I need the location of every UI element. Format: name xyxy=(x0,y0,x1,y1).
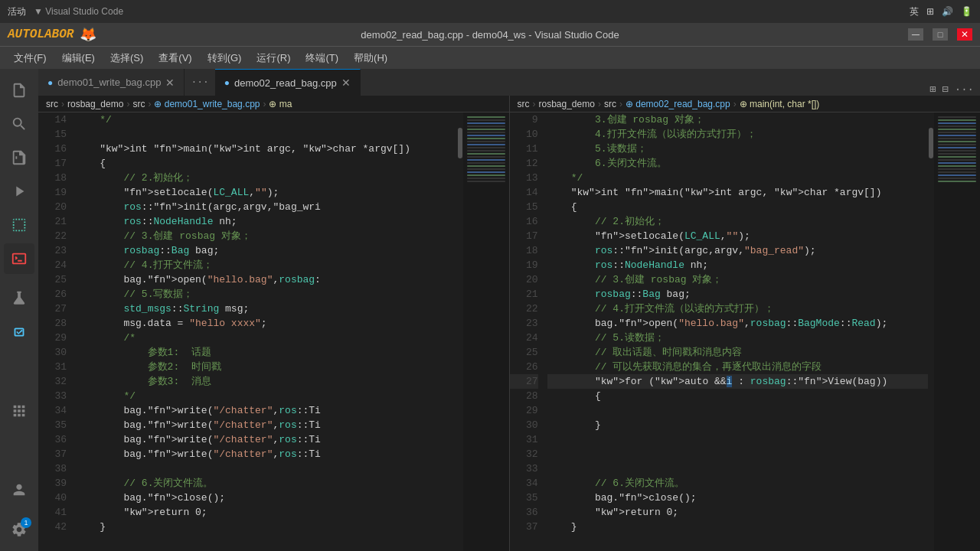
close-button[interactable]: ✕ xyxy=(957,28,972,41)
lang-indicator: 英 xyxy=(910,5,919,18)
right-editor-pane: src › rosbag_demo › src › ⊕ demo02_read_… xyxy=(510,96,981,551)
activity-run-debug[interactable] xyxy=(4,176,34,207)
left-line-numbers: 1415161718192021222324252627282930313233… xyxy=(38,112,73,551)
left-minimap xyxy=(463,112,509,551)
autolabor-logo: AUTOLABOR xyxy=(8,28,74,41)
left-scrollbar[interactable] xyxy=(457,112,463,551)
activity-search[interactable] xyxy=(4,109,34,139)
right-breadcrumb: src › rosbag_demo › src › ⊕ demo02_read_… xyxy=(510,96,981,112)
firefox-icon: 🦊 xyxy=(80,26,96,43)
activity-label: 活动 xyxy=(8,5,26,18)
activity-blocks[interactable] xyxy=(4,396,34,426)
left-editor-pane: src › rosbag_demo › src › ⊕ demo01_write… xyxy=(38,96,510,551)
settings-badge: 1 xyxy=(21,517,31,528)
split-editor-icon[interactable]: ⊟ xyxy=(942,83,948,96)
window-title: demo02_read_bag.cpp - demo04_ws - Visual… xyxy=(361,29,619,41)
tab-write-bag[interactable]: ● demo01_write_bag.cpp ✕ xyxy=(38,69,185,96)
left-scroll-thumb[interactable] xyxy=(458,128,462,158)
menu-run[interactable]: 运行(R) xyxy=(250,50,296,67)
right-code-area[interactable]: 9101112131415161718192021222324252627282… xyxy=(510,112,981,551)
activity-source-control[interactable] xyxy=(4,142,34,173)
left-code-lines[interactable]: */ "kw">int "fn">main("kw">int argc, "kw… xyxy=(73,112,457,551)
maximize-button[interactable]: □ xyxy=(933,28,948,41)
open-editors-icon[interactable]: ⊞ xyxy=(929,83,936,96)
tabs-bar: ● demo01_write_bag.cpp ✕ ··· ● demo02_re… xyxy=(38,69,980,96)
system-bar-right: 英 ⊞ 🔊 🔋 xyxy=(910,5,972,18)
menu-help[interactable]: 帮助(H) xyxy=(348,50,394,67)
menu-bar: 文件(F) 编辑(E) 选择(S) 查看(V) 转到(G) 运行(R) 终端(T… xyxy=(0,46,980,69)
activity-bar: 1 xyxy=(0,69,38,551)
main-container: 1 ● demo01_write_bag.cpp ✕ ··· ● demo02_… xyxy=(0,69,980,551)
left-breadcrumb: src › rosbag_demo › src › ⊕ demo01_write… xyxy=(38,96,509,112)
title-bar-left: AUTOLABOR 🦊 xyxy=(8,26,96,43)
tab-close-read[interactable]: ✕ xyxy=(341,77,351,89)
network-icon: ⊞ xyxy=(926,6,934,17)
volume-icon: 🔊 xyxy=(942,6,953,17)
right-scroll-thumb[interactable] xyxy=(929,128,933,158)
app-name-label: ▼ Visual Studio Code xyxy=(34,6,123,17)
title-bar-controls: ─ □ ✕ xyxy=(908,28,972,41)
tab-icon-read: ● xyxy=(224,77,230,88)
left-code-area[interactable]: 1415161718192021222324252627282930313233… xyxy=(38,112,509,551)
activity-explorer[interactable] xyxy=(4,75,34,106)
editors-split: src › rosbag_demo › src › ⊕ demo01_write… xyxy=(38,96,980,551)
more-actions-icon[interactable]: ··· xyxy=(955,83,974,96)
tab-read-bag[interactable]: ● demo02_read_bag.cpp ✕ xyxy=(215,69,361,96)
right-minimap xyxy=(934,112,980,551)
title-bar: AUTOLABOR 🦊 demo02_read_bag.cpp - demo04… xyxy=(0,23,980,46)
menu-select[interactable]: 选择(S) xyxy=(104,50,149,67)
menu-file[interactable]: 文件(F) xyxy=(8,50,53,67)
activity-account[interactable] xyxy=(4,474,34,505)
menu-terminal[interactable]: 终端(T) xyxy=(299,50,345,67)
system-bar-left: 活动 ▼ Visual Studio Code xyxy=(8,5,123,18)
tabs-overflow-button[interactable]: ··· xyxy=(185,69,214,96)
menu-edit[interactable]: 编辑(E) xyxy=(56,50,101,67)
menu-view[interactable]: 查看(V) xyxy=(152,50,198,67)
minimize-button[interactable]: ─ xyxy=(908,28,923,41)
right-code-lines[interactable]: 3.创建 rosbag 对象； 4.打开文件流（以读的方式打开）； 5.读数据；… xyxy=(544,112,929,551)
menu-goto[interactable]: 转到(G) xyxy=(201,50,248,67)
battery-icon: 🔋 xyxy=(961,6,972,17)
activity-notes[interactable] xyxy=(4,210,34,240)
right-line-numbers: 9101112131415161718192021222324252627282… xyxy=(510,112,544,551)
activity-terminal-red[interactable] xyxy=(4,243,34,274)
editor-area: ● demo01_write_bag.cpp ✕ ··· ● demo02_re… xyxy=(38,69,980,551)
tab-icon-write: ● xyxy=(47,77,53,88)
system-bar: 活动 ▼ Visual Studio Code 英 ⊞ 🔊 🔋 xyxy=(0,0,980,23)
tab-name-read: demo02_read_bag.cpp xyxy=(234,77,337,89)
activity-vscode-blue[interactable] xyxy=(4,317,34,347)
tab-name-write: demo01_write_bag.cpp xyxy=(57,77,161,88)
tab-close-write[interactable]: ✕ xyxy=(165,77,175,89)
right-scrollbar[interactable] xyxy=(928,112,934,551)
activity-settings[interactable]: 1 xyxy=(4,514,34,545)
activity-flask[interactable] xyxy=(4,283,34,314)
